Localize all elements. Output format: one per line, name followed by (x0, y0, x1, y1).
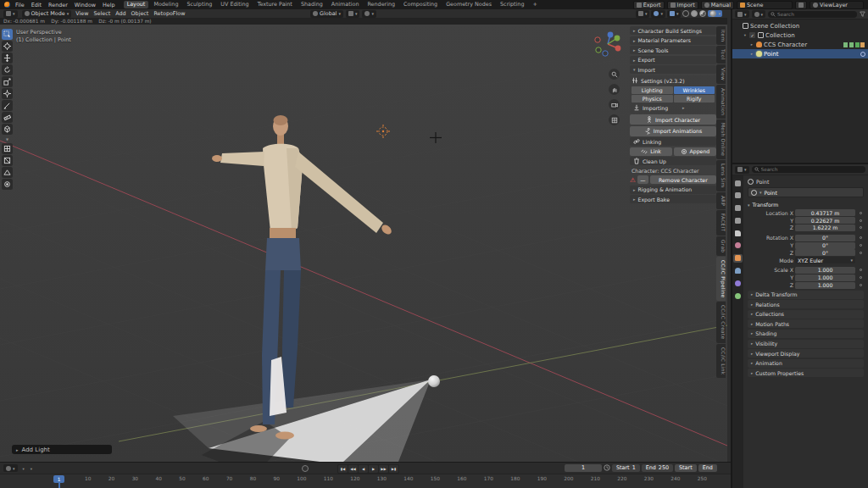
panel-export-bake[interactable]: ▸Export Bake (630, 195, 716, 203)
remove-character-button[interactable]: Remove Character (650, 175, 716, 184)
viewport-3d[interactable]: User Perspective (1) Collection | Point … (0, 25, 727, 462)
animate-dot[interactable] (857, 284, 864, 286)
mode-selector[interactable]: Object Mode▾ (22, 10, 72, 18)
outliner-editor-type-selector[interactable]: ▾ (735, 10, 749, 18)
show-gizmo-toggle[interactable]: ▾ (636, 10, 650, 18)
transform-tool[interactable] (2, 88, 13, 99)
import-animations-button[interactable]: Import Animations (630, 126, 716, 136)
start-frame-field[interactable]: Start1 (612, 464, 640, 472)
sidebar-tab[interactable]: CC/iC Pipeline (716, 257, 726, 301)
transport-button[interactable]: ▮◀ (338, 465, 348, 473)
transform-orientation-selector[interactable]: Global▾ (310, 10, 343, 18)
properties-search[interactable] (752, 166, 865, 173)
append-button[interactable]: Append (674, 147, 716, 156)
new-scene-button[interactable] (795, 1, 807, 9)
shading-solid-button[interactable] (691, 10, 698, 17)
sidebar-tab[interactable]: CC/iC Create (716, 302, 726, 342)
menubar-item[interactable]: Render (48, 2, 68, 8)
workspace-tab[interactable]: UV Editing (217, 1, 252, 8)
axis-y-positive[interactable] (615, 36, 620, 42)
workspace-tab[interactable]: Compositing (400, 1, 441, 8)
camera-view-control[interactable] (609, 99, 620, 110)
import-button[interactable]: Import (667, 1, 698, 9)
scale-value-field[interactable]: 1.000 (795, 282, 855, 289)
workspace-tab[interactable]: Texture Paint (254, 1, 296, 8)
playhead[interactable]: 1 (53, 475, 64, 483)
properties-tab[interactable] (733, 241, 743, 250)
sidebar-tab[interactable]: View (716, 64, 726, 84)
sidebar-tab[interactable]: Animation (716, 85, 726, 119)
scale-value-field[interactable]: 1.000 (795, 274, 855, 281)
tool-shelf-expander[interactable]: ▼ (2, 136, 13, 142)
sidebar-tab[interactable]: Grab (716, 236, 726, 256)
workspace-tab[interactable]: Scripting (497, 1, 527, 8)
xray-toggle[interactable]: ▾ (667, 10, 682, 18)
retopoflow-tool-2[interactable] (2, 155, 13, 166)
property-section-header[interactable]: Delta Transform (748, 291, 864, 299)
animate-dot[interactable] (857, 252, 864, 254)
editor-type-selector[interactable]: ▾ (3, 10, 18, 18)
operator-panel[interactable]: ▸ Add Light (12, 445, 112, 454)
property-section-header[interactable]: Visibility (748, 340, 864, 348)
properties-tab[interactable] (733, 179, 743, 187)
measure-tool[interactable] (2, 112, 13, 123)
clean-up-button[interactable]: Clean Up (630, 157, 716, 165)
properties-tab[interactable] (733, 191, 743, 200)
annotate-tool[interactable] (2, 100, 13, 111)
panel-export[interactable]: ▸Export (630, 56, 716, 64)
import-character-button[interactable]: Import Character (630, 114, 716, 125)
retopoflow-tool-3[interactable] (2, 167, 13, 178)
outliner-row[interactable]: ▸ ✓ Point (732, 49, 868, 58)
shading-wireframe-button[interactable] (682, 10, 689, 17)
sidebar-tab[interactable]: FACEIT (716, 210, 726, 235)
viewlayer-selector[interactable]: ViewLayer (810, 1, 864, 9)
viewport-menu-item[interactable]: RetopoFlow (153, 10, 185, 17)
manual-button[interactable]: Manual (701, 1, 734, 9)
sidebar-tab[interactable]: Mesh Online (716, 119, 726, 159)
animate-dot[interactable] (857, 269, 864, 271)
viewport-menu-item[interactable]: Object (131, 10, 149, 17)
proportional-edit-toggle[interactable]: ▾ (362, 10, 376, 18)
menubar-item[interactable]: Help (103, 2, 115, 8)
panel-import[interactable]: ▾Import (630, 65, 716, 74)
auto-keying-toggle[interactable] (302, 465, 309, 472)
axis-x-positive[interactable] (615, 46, 621, 52)
outliner-row[interactable]: ▸ ✓ CCS Character (732, 40, 868, 49)
snap-toggle[interactable]: ▾ (346, 10, 360, 18)
shading-rendered-button[interactable]: ▾ (708, 10, 722, 17)
rotate-tool[interactable] (2, 64, 13, 75)
rotation-value-field[interactable]: 0° (795, 235, 855, 241)
property-section-header[interactable]: Viewport Display (748, 349, 864, 358)
sidebar-tab[interactable]: CC/iC Link (716, 344, 726, 378)
workspace-tab[interactable]: Animation (328, 1, 363, 8)
property-section-header[interactable]: Shading (748, 330, 864, 338)
animate-dot[interactable] (857, 244, 864, 247)
retopoflow-tool-4[interactable] (2, 179, 13, 190)
transport-button[interactable]: ◀ (359, 465, 368, 473)
perspective-toggle-control[interactable] (609, 114, 620, 125)
transport-button[interactable]: ▶▶ (379, 465, 388, 473)
zoom-control[interactable] (609, 69, 620, 80)
location-value-field[interactable]: 0.43717 m (795, 209, 855, 216)
overlays-toggle[interactable]: ▾ (651, 10, 665, 18)
scale-tool[interactable] (2, 76, 13, 87)
properties-tab[interactable] (733, 204, 743, 213)
light-gizmo[interactable] (376, 125, 390, 138)
viewport-menu-item[interactable]: View (75, 10, 88, 17)
property-section-header[interactable]: Animation (748, 359, 864, 368)
transform-panel-header[interactable]: ▾ Transform (748, 201, 864, 208)
sidebar-tab[interactable]: Tool (716, 46, 726, 63)
transport-button[interactable]: ▶▮ (389, 465, 398, 473)
panel-scene-tools[interactable]: ▸Scene Tools (630, 46, 716, 54)
timeline-menu-item[interactable] (31, 465, 32, 472)
workspace-tab[interactable]: Geometry Nodes (442, 1, 495, 8)
animate-dot[interactable] (857, 236, 864, 239)
properties-editor-type-selector[interactable]: ▾ (735, 166, 749, 174)
link-button[interactable]: Link (630, 147, 672, 156)
animate-dot[interactable] (857, 219, 864, 222)
animate-dot[interactable] (857, 226, 864, 229)
current-frame-field[interactable]: 1 (565, 464, 602, 472)
animate-dot[interactable] (857, 212, 864, 214)
move-tool[interactable] (2, 53, 13, 64)
filter-icon[interactable] (860, 11, 865, 17)
